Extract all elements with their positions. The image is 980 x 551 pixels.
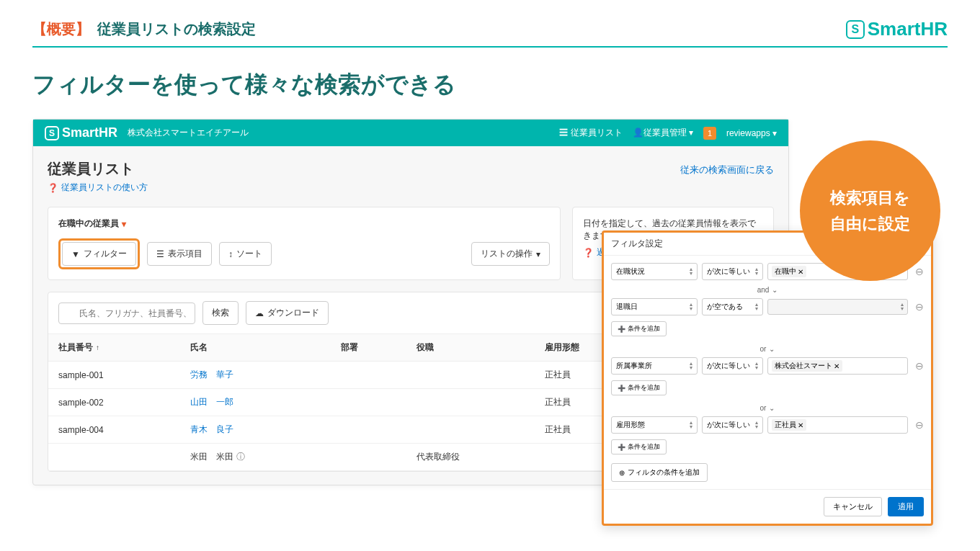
filter-condition-row: 退職日▴▾ が空である▴▾ ▴▾ ⊖ xyxy=(611,298,924,315)
cell-dept xyxy=(331,362,406,389)
help-icon: ❓ xyxy=(48,183,58,193)
search-button[interactable]: 検索 xyxy=(202,301,239,325)
employee-name: 米田 米田 xyxy=(190,452,233,462)
caret-down-icon: ▾ xyxy=(536,249,540,259)
filter-field-select[interactable]: 所属事業所▴▾ xyxy=(611,357,698,375)
info-icon[interactable]: ⓘ xyxy=(236,452,245,462)
brand-logo: S SmartHR xyxy=(846,18,948,40)
download-icon: ☁ xyxy=(255,308,264,318)
delete-condition-icon[interactable]: ⊖ xyxy=(915,301,924,313)
plus-icon: ➕ xyxy=(618,444,625,451)
filter-op-select[interactable]: が次に等しい▴▾ xyxy=(702,416,763,434)
add-filter-button[interactable]: ⊕ フィルタの条件を追加 xyxy=(611,463,708,482)
nav-user-menu[interactable]: reviewapps ▾ xyxy=(726,128,777,138)
sort-asc-icon: ↑ xyxy=(96,344,99,351)
cell-role xyxy=(406,362,535,389)
filter-tag: 正社員 ✕ xyxy=(772,419,806,431)
nav-employee-list[interactable]: ☰ 従業員リスト xyxy=(559,127,622,139)
cell-role xyxy=(406,389,535,416)
employee-name-link[interactable]: 山田 一郎 xyxy=(190,397,233,407)
filter-button[interactable]: ▼ フィルター xyxy=(62,242,136,266)
filter-connector[interactable]: or ⌄ xyxy=(611,404,924,412)
app-brand-icon: S xyxy=(45,126,59,140)
filter-field-select[interactable]: 在職状況▴▾ xyxy=(611,263,698,280)
notif-badge[interactable]: 1 xyxy=(703,127,716,140)
slide-subtitle: 従業員リストの検索設定 xyxy=(97,21,256,37)
chevron-down-icon: ⌄ xyxy=(769,404,775,412)
filter-value-input[interactable]: 株式会社スマート ✕ xyxy=(767,357,908,375)
page-help-link[interactable]: ❓ 従業員リストの使い方 xyxy=(48,182,148,194)
app-topbar: S SmartHR 株式会社スマートエイチアール ☰ 従業員リスト 👤従業員管理… xyxy=(33,120,788,146)
tag-remove-icon[interactable]: ✕ xyxy=(798,268,803,276)
chevron-down-icon: ⌄ xyxy=(772,286,778,294)
cell-id: sample-004 xyxy=(48,416,180,444)
cell-id: sample-001 xyxy=(48,362,180,389)
cell-dept xyxy=(331,444,406,471)
filter-field-select[interactable]: 雇用形態▴▾ xyxy=(611,416,698,434)
filter-value-disabled: ▴▾ xyxy=(767,299,908,315)
app-brand[interactable]: S SmartHR xyxy=(45,125,117,140)
employee-name-link[interactable]: 青木 良子 xyxy=(190,424,233,434)
filter-popup-title: フィルタ設定 xyxy=(611,238,663,250)
plus-icon: ➕ xyxy=(618,326,625,333)
tag-remove-icon[interactable]: ✕ xyxy=(798,421,803,429)
cell-name: 青木 良子 xyxy=(180,416,331,444)
help-icon: ❓ xyxy=(583,248,594,258)
filter-condition-row: 所属事業所▴▾ が次に等しい▴▾ 株式会社スマート ✕ ⊖ xyxy=(611,357,924,375)
cell-dept xyxy=(331,416,406,444)
headline: フィルターを使って様々な検索ができる xyxy=(32,69,948,101)
th-name[interactable]: 氏名 xyxy=(180,334,331,362)
add-condition-button[interactable]: ➕ 条件を追加 xyxy=(611,439,667,454)
sort-button[interactable]: ↕ ソート xyxy=(219,242,272,266)
cell-name: 山田 一郎 xyxy=(180,389,331,416)
filter-icon: ▼ xyxy=(71,249,80,259)
slide-tag: 【概要】 xyxy=(32,21,90,37)
employee-name-link[interactable]: 労務 華子 xyxy=(190,369,233,380)
filter-op-select[interactable]: が次に等しい▴▾ xyxy=(702,357,763,375)
list-ops-button[interactable]: リストの操作 ▾ xyxy=(471,242,550,266)
columns-button[interactable]: ☰ 表示項目 xyxy=(147,242,212,266)
filter-field-select[interactable]: 退職日▴▾ xyxy=(611,298,698,315)
download-button[interactable]: ☁ ダウンロード xyxy=(246,301,329,325)
plus-circle-icon: ⊕ xyxy=(619,469,625,477)
cell-name: 米田 米田 ⓘ xyxy=(180,444,331,471)
th-id[interactable]: 社員番号↑ xyxy=(48,334,180,362)
delete-condition-icon[interactable]: ⊖ xyxy=(915,266,924,277)
delete-condition-icon[interactable]: ⊖ xyxy=(915,419,924,431)
add-condition-button[interactable]: ➕ 条件を追加 xyxy=(611,321,667,336)
filter-connector[interactable]: or ⌄ xyxy=(611,345,924,353)
company-name: 株式会社スマートエイチアール xyxy=(128,127,249,139)
scope-dropdown[interactable]: 在職中の従業員 ▾ xyxy=(58,218,550,230)
cell-name: 労務 華子 xyxy=(180,362,331,389)
filter-button-highlight: ▼ フィルター xyxy=(58,238,140,269)
add-condition-button[interactable]: ➕ 条件を追加 xyxy=(611,380,667,395)
apply-button[interactable]: 適用 xyxy=(888,497,924,516)
filter-connector[interactable]: and ⌄ xyxy=(611,286,924,294)
filter-op-select[interactable]: が次に等しい▴▾ xyxy=(702,263,763,280)
cell-id: sample-002 xyxy=(48,389,180,416)
th-dept[interactable]: 部署 xyxy=(331,334,406,362)
filter-tag: 株式会社スマート ✕ xyxy=(772,360,842,372)
cancel-button[interactable]: キャンセル xyxy=(824,497,882,516)
chevron-down-icon: ⌄ xyxy=(769,345,775,353)
columns-icon: ☰ xyxy=(156,249,164,259)
search-input[interactable] xyxy=(58,303,195,324)
plus-icon: ➕ xyxy=(618,385,625,392)
filter-condition-row: 雇用形態▴▾ が次に等しい▴▾ 正社員 ✕ ⊖ xyxy=(611,416,924,434)
return-link[interactable]: 従来の検索画面に戻る xyxy=(680,163,774,176)
sort-icon: ↕ xyxy=(228,249,233,259)
filter-tag: 在職中 ✕ xyxy=(772,266,806,277)
cell-id xyxy=(48,444,180,471)
delete-condition-icon[interactable]: ⊖ xyxy=(915,360,924,372)
tag-remove-icon[interactable]: ✕ xyxy=(834,362,839,370)
cell-role: 代表取締役 xyxy=(406,444,535,471)
callout-circle: 検索項目を 自由に設定 xyxy=(800,140,940,281)
cell-dept xyxy=(331,389,406,416)
th-role[interactable]: 役職 xyxy=(406,334,535,362)
page-title: 従業員リスト xyxy=(48,159,148,179)
filter-op-select[interactable]: が空である▴▾ xyxy=(702,298,763,315)
cell-role xyxy=(406,416,535,444)
nav-employee-manage[interactable]: 👤従業員管理 ▾ xyxy=(633,127,693,139)
brand-icon: S xyxy=(846,20,865,39)
filter-value-input[interactable]: 正社員 ✕ xyxy=(767,416,908,434)
